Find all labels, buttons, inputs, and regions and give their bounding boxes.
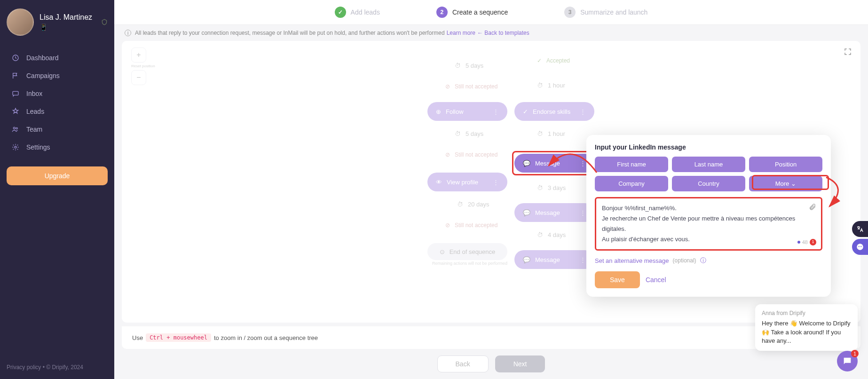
zoom-hint: Use Ctrl + mousewheel to zoom in / zoom … bbox=[122, 326, 860, 349]
follow-node[interactable]: ⊕Follow⋮ bbox=[427, 102, 507, 121]
profile-name: Lisa J. Martinez bbox=[39, 13, 92, 22]
nav-label: Dashboard bbox=[26, 54, 59, 62]
status-not-accepted: ⊘ Still not accepted bbox=[437, 151, 506, 158]
info-text: All leads that reply to your connection … bbox=[135, 30, 445, 36]
info-icon[interactable]: ⓘ bbox=[700, 256, 706, 265]
gear-icon bbox=[11, 143, 20, 151]
delay-node[interactable]: ⏱5 days bbox=[446, 60, 492, 71]
svg-rect-1 bbox=[13, 91, 18, 95]
message-textarea[interactable]: Bonjour %%first_name%%. Je recherche un … bbox=[595, 197, 822, 251]
var-position[interactable]: Position bbox=[749, 157, 822, 172]
shield-icon bbox=[101, 19, 108, 25]
reset-position[interactable]: Reset position bbox=[131, 64, 155, 69]
translate-icon[interactable] bbox=[852, 221, 868, 237]
chevron-down-icon: ⌄ bbox=[791, 180, 796, 187]
svg-point-2 bbox=[13, 127, 15, 129]
users-icon bbox=[11, 125, 20, 134]
nav-dashboard[interactable]: Dashboard bbox=[4, 49, 110, 67]
profile-sub: 📱 bbox=[39, 24, 92, 31]
copyright: © Dripify, 2024 bbox=[46, 364, 83, 371]
step-summarize[interactable]: 3 Summarize and launch bbox=[564, 7, 647, 18]
message-editor-popup: Input your LinkedIn message First name L… bbox=[586, 135, 831, 297]
chat-message: Hey there 👋 Welcome to Dripify 🙌 Take a … bbox=[762, 319, 851, 345]
svg-point-5 bbox=[857, 244, 863, 250]
end-node[interactable]: ⊙ End of sequence bbox=[427, 243, 507, 260]
nav-label: Inbox bbox=[26, 90, 42, 97]
nav: Dashboard Campaigns Inbox Leads Team Set… bbox=[0, 44, 114, 161]
popup-title: Input your LinkedIn message bbox=[595, 143, 822, 151]
svg-point-6 bbox=[859, 246, 860, 247]
message-node-2[interactable]: 💬Message⋮ bbox=[514, 203, 594, 222]
next-button[interactable]: Next bbox=[495, 355, 545, 372]
delay-node[interactable]: ⏱4 days bbox=[529, 229, 574, 240]
step-number: 3 bbox=[564, 7, 576, 18]
step-add-leads[interactable]: ✓ Add leads bbox=[335, 7, 380, 18]
var-last-name[interactable]: Last name bbox=[672, 157, 745, 172]
chat-from: Anna from Dripify bbox=[762, 310, 851, 316]
view-profile-node[interactable]: 👁View profile⋮ bbox=[427, 173, 507, 191]
nav-label: Settings bbox=[26, 143, 50, 151]
sidebar: Lisa J. Martinez 📱 Dashboard Campaigns I… bbox=[0, 0, 114, 379]
star-icon bbox=[11, 107, 20, 116]
clock-icon bbox=[11, 54, 20, 62]
bottom-nav: Back Next bbox=[114, 349, 868, 379]
zoom-controls: + Reset position − bbox=[131, 47, 155, 87]
alternative-message-row: Set an alternative message (optional) ⓘ bbox=[595, 256, 822, 265]
nav-inbox[interactable]: Inbox bbox=[4, 85, 110, 103]
var-first-name[interactable]: First name bbox=[595, 157, 668, 172]
delay-node[interactable]: ⏱1 hour bbox=[529, 79, 574, 91]
message-line: Bonjour %%first_name%%. bbox=[602, 203, 815, 213]
cancel-button[interactable]: Cancel bbox=[646, 271, 666, 288]
sidebar-footer: Privacy policy • © Dripify, 2024 bbox=[0, 355, 114, 379]
nav-settings[interactable]: Settings bbox=[4, 138, 110, 156]
set-alt-message-link[interactable]: Set an alternative message bbox=[595, 257, 669, 264]
chat-badge: 1 bbox=[851, 350, 859, 357]
status-accepted: ✓ Accepted bbox=[529, 57, 578, 64]
nav-campaigns[interactable]: Campaigns bbox=[4, 67, 110, 85]
nav-leads[interactable]: Leads bbox=[4, 103, 110, 120]
keyboard-hint: Ctrl + mousewheel bbox=[146, 333, 211, 342]
upgrade-button[interactable]: Upgrade bbox=[7, 166, 108, 185]
nav-team[interactable]: Team bbox=[4, 120, 110, 138]
delay-node[interactable]: ⏱20 days bbox=[449, 198, 498, 210]
chat-launcher[interactable]: 1 bbox=[837, 351, 858, 371]
info-icon: i bbox=[125, 30, 131, 36]
var-company[interactable]: Company bbox=[595, 176, 668, 191]
privacy-link[interactable]: Privacy policy bbox=[7, 364, 41, 371]
delay-node[interactable]: ⏱3 days bbox=[529, 182, 574, 193]
status-not-accepted: ⊘ Still not accepted bbox=[437, 83, 506, 90]
svg-point-3 bbox=[16, 127, 17, 129]
sequence-canvas[interactable]: + Reset position − ⏱5 days ⊘ Still not a… bbox=[122, 41, 860, 323]
endorse-node[interactable]: ✓Endorse skills⋮ bbox=[514, 102, 594, 121]
message-icon bbox=[11, 89, 20, 98]
back-to-templates-link[interactable]: ← Back to templates bbox=[477, 30, 529, 36]
profile-block[interactable]: Lisa J. Martinez 📱 bbox=[0, 0, 114, 44]
zoom-out-button[interactable]: − bbox=[131, 70, 146, 85]
learn-more-link[interactable]: Learn more bbox=[447, 30, 475, 36]
popup-actions: Save Cancel bbox=[595, 271, 822, 288]
svg-point-7 bbox=[860, 246, 861, 247]
step-create-sequence[interactable]: 2 Create a sequence bbox=[436, 7, 508, 18]
delay-node[interactable]: ⏱1 hour bbox=[529, 128, 574, 139]
save-button[interactable]: Save bbox=[595, 271, 640, 288]
message-node-3[interactable]: 💬Message⋮ bbox=[514, 250, 594, 269]
nav-label: Campaigns bbox=[26, 72, 60, 79]
chat-bubble[interactable]: Anna from Dripify Hey there 👋 Welcome to… bbox=[755, 304, 858, 351]
zoom-in-button[interactable]: + bbox=[131, 47, 146, 63]
assistant-icon[interactable] bbox=[852, 239, 868, 255]
back-button[interactable]: Back bbox=[437, 355, 489, 372]
var-country[interactable]: Country bbox=[672, 176, 745, 191]
flag-icon bbox=[11, 71, 20, 80]
float-buttons bbox=[852, 221, 868, 257]
check-icon: ✓ bbox=[335, 7, 346, 18]
avatar bbox=[7, 8, 34, 36]
svg-point-4 bbox=[15, 146, 16, 148]
info-bar: i All leads that reply to your connectio… bbox=[114, 25, 868, 41]
nav-label: Leads bbox=[26, 108, 44, 115]
fullscreen-icon[interactable] bbox=[844, 47, 852, 56]
attachment-icon[interactable] bbox=[809, 203, 816, 211]
message-node[interactable]: 💬Message⋮ bbox=[514, 154, 594, 173]
delay-node[interactable]: ⏱5 days bbox=[446, 128, 492, 139]
var-more[interactable]: More ⌄ bbox=[749, 176, 822, 191]
message-line: Au plaisir d'échanger avec vous. bbox=[602, 234, 815, 245]
